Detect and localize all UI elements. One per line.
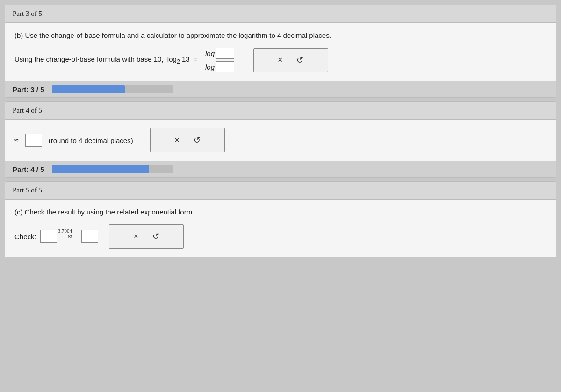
part4-card: Part 4 of 5 ≈ (round to 4 decimal places… [5,101,556,178]
part4-body: ≈ (round to 4 decimal places) × ↺ [5,120,556,161]
part5-body: (c) Check the result by using the relate… [5,200,556,257]
formula-prefix-text: Using the change-of-base formula with ba… [14,55,200,65]
part3-x-button[interactable]: × [278,55,283,65]
part4-progress-bar-fill [52,165,149,173]
part3-header-text: Part 3 of 5 [13,10,42,17]
part3-action-box: × ↺ [253,48,328,72]
denominator-input[interactable] [216,61,234,72]
part5-header-text: Part 5 of 5 [13,186,42,194]
log-base: 2 [177,58,180,65]
part4-progress-label: Part: 4 / 5 [13,165,44,173]
part3-progress-bar-fill [52,85,125,93]
part5-header: Part 5 of 5 [5,182,556,200]
log-value: 13 [182,55,190,63]
part4-header: Part 4 of 5 [5,102,556,120]
equals-sign: = [194,55,198,63]
fraction-denominator: log [205,61,234,72]
check-base-container: 3.7004 [40,230,57,243]
part3-header: Part 3 of 5 [5,5,556,23]
part4-progress-bar-container [52,165,173,173]
part5-check-row: Check: 3.7004 ≈ × ↺ [14,224,547,249]
part3-instruction: (b) Use the change-of-base formula and a… [14,31,547,39]
part5-card: Part 5 of 5 (c) Check the result by usin… [5,181,556,257]
check-superscript: 3.7004 [58,228,72,234]
check-label: Check: [14,233,36,241]
numerator-input[interactable] [216,48,234,59]
check-base-input[interactable] [40,230,57,243]
part3-progress-label: Part: 3 / 5 [13,86,44,93]
part3-card: Part 3 of 5 (b) Use the change-of-base f… [5,5,556,98]
part5-instruction: (c) Check the result by using the relate… [14,208,547,216]
part5-action-box: × ↺ [109,224,184,249]
denominator-log-label: log [205,63,215,71]
check-result-input[interactable] [81,230,98,243]
numerator-log-label: log [205,50,215,57]
part3-body: (b) Use the change-of-base formula and a… [5,23,556,81]
part3-undo-button[interactable]: ↺ [296,55,303,65]
part4-x-button[interactable]: × [174,135,180,145]
part5-undo-button[interactable]: ↺ [152,231,159,242]
part4-round-text: (round to 4 decimal places) [49,136,133,144]
part4-action-box: × ↺ [150,128,225,152]
part4-progress-section: Part: 4 / 5 [5,161,556,177]
part4-undo-button[interactable]: ↺ [194,135,201,145]
part3-formula-row: Using the change-of-base formula with ba… [14,48,547,72]
part5-x-button[interactable]: × [134,232,138,242]
part4-approx-symbol: ≈ [14,136,19,144]
part3-progress-bar-container [52,85,173,93]
main-container: Part 3 of 5 (b) Use the change-of-base f… [0,0,561,392]
part4-row: ≈ (round to 4 decimal places) × ↺ [14,128,547,152]
fraction-numerator: log [205,48,234,60]
part3-progress-section: Part: 3 / 5 [5,81,556,97]
log-fraction: log log [205,48,234,72]
part4-header-text: Part 4 of 5 [13,107,42,114]
part4-answer-input[interactable] [25,134,42,147]
